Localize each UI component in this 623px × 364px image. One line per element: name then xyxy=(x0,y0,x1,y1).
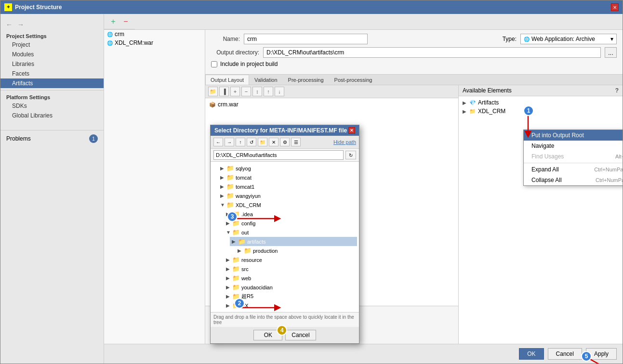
tree-tomcat1[interactable]: ▶📁 tomcat1 xyxy=(218,182,357,191)
ok-button[interactable]: OK xyxy=(519,348,543,360)
sidebar-problems: Problems 1 xyxy=(0,132,104,145)
dialog-path-row: ↻ xyxy=(211,149,359,162)
avail-xdl-crm-label: XDL_CRM xyxy=(478,108,505,115)
available-elements-list: ▶ 💎 Artifacts ▶ 📁 XDL_CRM xyxy=(459,96,623,344)
add-element-btn[interactable]: ▐ xyxy=(219,87,229,96)
dialog-delete-btn[interactable]: ✕ xyxy=(269,138,278,146)
type-label: Type: xyxy=(503,36,517,42)
tree-xdl-crm[interactable]: ▼📁 XDL_CRM xyxy=(218,200,357,209)
back-button[interactable]: ← xyxy=(4,20,14,29)
dialog-forward-btn[interactable]: → xyxy=(225,138,234,146)
dialog-close-btn[interactable]: ✕ xyxy=(348,127,355,134)
output-dir-row: Output directory: ... xyxy=(211,47,617,58)
remove-btn[interactable]: − xyxy=(241,87,251,96)
forward-button[interactable]: → xyxy=(16,20,26,29)
app-icon: ✦ xyxy=(4,3,12,11)
sidebar-item-libraries[interactable]: Libraries xyxy=(0,59,104,69)
left-toolbar: 📁 ▐ + − ↕ ↑ ↓ xyxy=(205,85,458,98)
include-build-label: Include in project build xyxy=(220,61,278,67)
type-value: Web Application: Archive xyxy=(531,36,595,42)
hide-path-label[interactable]: Hide path xyxy=(333,139,356,145)
artifact-crm-label: crm xyxy=(115,31,124,38)
help-icon[interactable]: ? xyxy=(615,87,619,94)
output-item-crm-war[interactable]: 📦 crm.war xyxy=(207,100,456,109)
output-dir-input[interactable] xyxy=(263,47,601,58)
add-btn[interactable]: + xyxy=(230,87,240,96)
title-bar: ✦ Project Structure ✕ xyxy=(0,0,623,14)
type-selector[interactable]: 🌐 Web Application: Archive ▾ xyxy=(520,34,617,44)
add-button[interactable]: + xyxy=(108,16,119,27)
nav-arrows: ← → xyxy=(0,18,104,31)
tree-sqlyog[interactable]: ▶📁 sqlyog xyxy=(218,164,357,173)
tab-output-layout[interactable]: Output Layout xyxy=(205,75,249,85)
tabs-bar: Output Layout Validation Pre-processing … xyxy=(205,75,623,85)
tab-preprocessing[interactable]: Pre-processing xyxy=(283,75,329,85)
tab-postprocessing[interactable]: Post-processing xyxy=(329,75,378,85)
title-bar-title: ✦ Project Structure xyxy=(4,3,62,11)
artifact-crm[interactable]: 🌐 crm xyxy=(104,30,205,39)
browse-button[interactable]: ... xyxy=(605,47,617,58)
select-directory-dialog: Select Directory for META-INF/MANIFEST.M… xyxy=(210,125,359,344)
tree-production[interactable]: ▶📁 production xyxy=(236,246,357,255)
tree-resource[interactable]: ▶📁 resource xyxy=(224,255,357,264)
sidebar-nav: Project Settings Project Modules Librari… xyxy=(0,31,104,145)
avail-xdl-crm[interactable]: ▶ 📁 XDL_CRM xyxy=(461,107,621,116)
dialog-title-text: Select Directory for META-INF/MANIFEST.M… xyxy=(214,127,347,134)
window-title: Project Structure xyxy=(15,4,62,11)
tree-artifacts[interactable]: ▶📁 artifacts xyxy=(230,237,357,246)
dialog-path-input[interactable] xyxy=(213,150,344,160)
up-btn[interactable]: ↑ xyxy=(264,87,273,96)
down-btn[interactable]: ↓ xyxy=(275,87,284,96)
problems-badge: 1 xyxy=(89,134,98,143)
sidebar-item-artifacts[interactable]: Artifacts xyxy=(0,78,104,88)
artifact-xdl-war[interactable]: 🌐 XDL_CRM:war xyxy=(104,39,205,47)
name-input[interactable] xyxy=(244,34,368,44)
dialog-up-btn[interactable]: ↑ xyxy=(236,138,245,146)
drag-hint: Drag and drop a file into the space abov… xyxy=(213,314,356,325)
cancel-button[interactable]: Cancel xyxy=(548,348,582,360)
folder-icon-btn[interactable]: 📁 xyxy=(208,87,218,96)
include-build-checkbox[interactable] xyxy=(211,61,217,67)
dialog-refresh-btn[interactable]: ↺ xyxy=(247,138,256,146)
project-structure-window: ✦ Project Structure ✕ ← → Project Settin… xyxy=(0,0,623,364)
dialog-refresh2-btn[interactable]: ↻ xyxy=(345,151,356,159)
tree-wangyiyun[interactable]: ▶📁 wangyiyun xyxy=(218,191,357,200)
remove-button[interactable]: − xyxy=(120,16,131,27)
bottom-buttons: OK Cancel Apply xyxy=(104,344,623,364)
avail-artifacts[interactable]: ▶ 💎 Artifacts xyxy=(461,98,621,107)
tree-ex[interactable]: ▶📁 EX xyxy=(224,301,357,310)
sidebar-item-global-libs[interactable]: Global Libraries xyxy=(0,111,104,120)
dialog-settings-btn[interactable]: ⚙ xyxy=(280,138,290,146)
available-elements-panel: Available Elements ? ▶ 💎 Artifacts xyxy=(459,85,623,344)
tree-config[interactable]: ▶📁 config xyxy=(224,219,357,228)
sidebar-item-facets[interactable]: Facets xyxy=(0,69,104,78)
tree-tomcat[interactable]: ▶📁 tomcat xyxy=(218,173,357,182)
sort-btn[interactable]: ↕ xyxy=(252,87,262,96)
project-settings-header: Project Settings xyxy=(0,31,104,40)
tree-src[interactable]: ▶📁 src xyxy=(224,264,357,273)
sidebar-item-sdks[interactable]: SDKs xyxy=(0,101,104,111)
sidebar-item-project[interactable]: Project xyxy=(0,40,104,50)
dialog-back-btn[interactable]: ← xyxy=(213,138,223,146)
artifacts-toolbar: + − xyxy=(104,14,135,29)
dialog-toolbar: ← → ↑ ↺ 📁 ✕ ⚙ ☰ Hide path xyxy=(211,136,359,149)
form-area: Name: Type: 🌐 Web Application: Archive ▾ xyxy=(205,30,623,75)
close-button[interactable]: ✕ xyxy=(611,3,619,11)
problems-label: Problems xyxy=(6,135,31,142)
tree-web[interactable]: ▶📁 web xyxy=(224,273,357,283)
artifact-xdl-war-label: XDL_CRM:war xyxy=(115,39,153,46)
available-elements-title: Available Elements xyxy=(463,87,512,94)
name-row: Name: Type: 🌐 Web Application: Archive ▾ xyxy=(211,34,617,44)
tab-validation[interactable]: Validation xyxy=(249,75,283,85)
tree-chaor5[interactable]: ▶📁 超R5 xyxy=(224,292,357,301)
dialog-new-folder-btn[interactable]: 📁 xyxy=(258,138,267,146)
tree-out[interactable]: ▼📁 out xyxy=(224,228,357,237)
tree-idea[interactable]: ▶📁 .idea xyxy=(224,209,357,219)
dialog-cancel-btn[interactable]: Cancel xyxy=(285,330,316,340)
apply-button[interactable]: Apply xyxy=(586,348,617,360)
dialog-list-btn[interactable]: ☰ xyxy=(291,138,301,146)
tree-youdaocidian[interactable]: ▶📁 youdaocidian xyxy=(224,283,357,292)
sidebar-item-modules[interactable]: Modules xyxy=(0,50,104,59)
output-item-label: crm.war xyxy=(218,101,239,108)
name-label: Name: xyxy=(211,36,240,42)
